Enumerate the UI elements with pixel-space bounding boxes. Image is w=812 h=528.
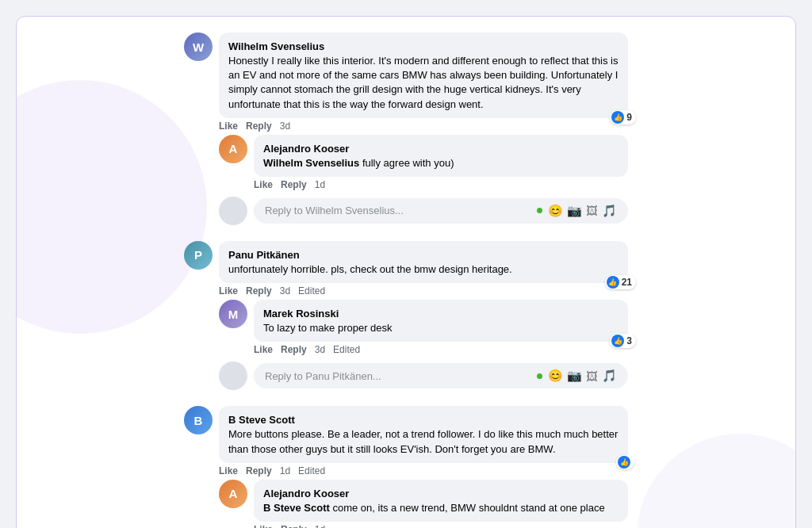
comment-actions: LikeReply3dEdited bbox=[184, 285, 628, 297]
comment-main-row: PPanu Pitkänenunfortunately horrible. pl… bbox=[184, 241, 628, 283]
input-icon-3[interactable]: 🎵 bbox=[602, 204, 617, 218]
like-button[interactable]: Like bbox=[219, 465, 238, 476]
like-thumb-icon: 👍 bbox=[618, 456, 630, 469]
input-icon-1[interactable]: 📷 bbox=[567, 204, 582, 218]
reply-actions: LikeReply1d bbox=[219, 524, 628, 528]
like-count: 21 bbox=[622, 277, 632, 288]
comment-actions: LikeReply1dEdited bbox=[184, 465, 628, 476]
input-icon-0[interactable]: 😊 bbox=[548, 369, 563, 383]
reply-reply-button[interactable]: Reply bbox=[281, 179, 307, 190]
edited-label: Edited bbox=[298, 465, 325, 476]
reply-time: 1d bbox=[315, 524, 325, 528]
comment-block: WWilhelm SvenseliusHonestly I really lik… bbox=[184, 33, 628, 233]
comment-author: B Steve Scott bbox=[228, 414, 295, 426]
reply-author: Marek Rosinski bbox=[263, 308, 339, 319]
avatar bbox=[219, 197, 247, 225]
like-count: 3 bbox=[626, 335, 632, 346]
reply-input-placeholder: Reply to Wilhelm Svenselius... bbox=[265, 205, 404, 216]
reply-like-button[interactable]: Like bbox=[254, 524, 273, 528]
comment-time: 1d bbox=[280, 465, 290, 476]
comment-main-row: BB Steve ScottMore buttons please. Be a … bbox=[184, 406, 628, 462]
comment-bubble: Panu Pitkänenunfortunately horrible. pls… bbox=[219, 241, 628, 283]
like-button[interactable]: Like bbox=[219, 285, 238, 297]
avatar: A bbox=[219, 135, 247, 163]
avatar: M bbox=[219, 300, 247, 328]
reply-input-placeholder: Reply to Panu Pitkänen... bbox=[265, 370, 381, 382]
comment-bubble: B Steve ScottMore buttons please. Be a l… bbox=[219, 406, 628, 462]
avatar: B bbox=[184, 406, 213, 434]
like-button[interactable]: Like bbox=[219, 121, 238, 132]
reply-main-row: MMarek RosinskiTo lazy to make proper de… bbox=[219, 300, 628, 342]
reply-mention: B Steve Scott bbox=[263, 502, 330, 514]
avatar bbox=[219, 362, 247, 390]
comment-bubble: Wilhelm SvenseliusHonestly I really like… bbox=[219, 33, 628, 118]
input-icon-2[interactable]: 🖼 bbox=[586, 204, 598, 217]
like-badge: 👍3 bbox=[610, 334, 636, 348]
reply-edited-label: Edited bbox=[333, 344, 360, 355]
reply-main-row: AAlejandro KooserB Steve Scott come on, … bbox=[219, 480, 628, 522]
avatar: W bbox=[184, 33, 213, 61]
comment-time: 3d bbox=[280, 285, 290, 297]
reply-author: Alejandro Kooser bbox=[263, 488, 349, 499]
nested-comment: AAlejandro KooserB Steve Scott come on, … bbox=[184, 480, 628, 528]
comment-main-row: WWilhelm SvenseliusHonestly I really lik… bbox=[184, 33, 628, 118]
reply-like-button[interactable]: Like bbox=[254, 344, 273, 355]
input-icon-0[interactable]: 😊 bbox=[548, 204, 563, 218]
reply-actions: LikeReply3dEdited bbox=[219, 344, 628, 355]
online-indicator bbox=[537, 373, 542, 379]
like-badge: 👍9 bbox=[610, 110, 636, 124]
nested-comment: AAlejandro KooserWilhelm Svenselius full… bbox=[184, 135, 628, 190]
edited-label: Edited bbox=[298, 285, 325, 297]
reply-reply-button[interactable]: Reply bbox=[281, 524, 307, 528]
comment-actions: LikeReply3d bbox=[184, 121, 628, 132]
like-badge: 👍21 bbox=[605, 275, 636, 289]
reply-time: 1d bbox=[315, 179, 325, 190]
nested-comment: MMarek RosinskiTo lazy to make proper de… bbox=[184, 300, 628, 355]
reply-like-button[interactable]: Like bbox=[254, 179, 273, 190]
online-indicator bbox=[537, 208, 542, 213]
like-thumb-icon: 👍 bbox=[611, 111, 624, 124]
like-thumb-icon: 👍 bbox=[611, 335, 624, 347]
reply-input-field[interactable]: Reply to Panu Pitkänen...😊📷🖼🎵 bbox=[254, 363, 628, 388]
comment-text: More buttons please. Be a leader, not a … bbox=[228, 427, 619, 456]
comments-container: WWilhelm SvenseliusHonestly I really lik… bbox=[184, 33, 628, 528]
bg-decoration-right bbox=[637, 434, 796, 528]
comments-page: WWilhelm SvenseliusHonestly I really lik… bbox=[16, 16, 796, 528]
avatar: P bbox=[184, 241, 213, 270]
comment-author: Panu Pitkänen bbox=[228, 249, 300, 261]
reply-button[interactable]: Reply bbox=[246, 285, 272, 297]
bg-decoration-left bbox=[16, 80, 207, 334]
like-thumb-icon: 👍 bbox=[607, 276, 619, 289]
avatar: A bbox=[219, 480, 247, 508]
reply-actions: LikeReply1d bbox=[219, 179, 628, 190]
reply-time: 3d bbox=[315, 344, 325, 355]
reply-input-icons: 😊📷🖼🎵 bbox=[537, 204, 617, 218]
reply-text: B Steve Scott come on, its a new trend, … bbox=[263, 501, 619, 515]
reply-input-row: Reply to Wilhelm Svenselius...😊📷🖼🎵 bbox=[184, 197, 628, 225]
reply-main-row: AAlejandro KooserWilhelm Svenselius full… bbox=[219, 135, 628, 177]
comment-block: BB Steve ScottMore buttons please. Be a … bbox=[184, 406, 628, 528]
reply-bubble: Alejandro KooserB Steve Scott come on, i… bbox=[254, 480, 628, 522]
like-count: 9 bbox=[626, 112, 632, 123]
reply-bubble: Alejandro KooserWilhelm Svenselius fully… bbox=[254, 135, 628, 177]
comment-text: unfortunately horrible. pls, check out t… bbox=[228, 262, 619, 277]
reply-button[interactable]: Reply bbox=[246, 465, 272, 476]
reply-input-icons: 😊📷🖼🎵 bbox=[537, 369, 617, 383]
comment-text: Honestly I really like this interior. It… bbox=[228, 54, 619, 112]
reply-input-field[interactable]: Reply to Wilhelm Svenselius...😊📷🖼🎵 bbox=[254, 198, 628, 224]
reply-text: To lazy to make proper desk bbox=[263, 321, 619, 335]
input-icon-3[interactable]: 🎵 bbox=[602, 369, 617, 383]
reply-author: Alejandro Kooser bbox=[263, 143, 349, 155]
reply-input-row: Reply to Panu Pitkänen...😊📷🖼🎵 bbox=[184, 362, 628, 390]
comment-time: 3d bbox=[280, 121, 290, 132]
comment-author: Wilhelm Svenselius bbox=[228, 40, 324, 52]
reply-mention: Wilhelm Svenselius bbox=[263, 157, 359, 169]
reply-button[interactable]: Reply bbox=[246, 121, 272, 132]
like-badge: 👍 bbox=[616, 455, 634, 469]
input-icon-2[interactable]: 🖼 bbox=[586, 369, 598, 383]
comment-block: PPanu Pitkänenunfortunately horrible. pl… bbox=[184, 241, 628, 398]
reply-bubble: Marek RosinskiTo lazy to make proper des… bbox=[254, 300, 628, 342]
reply-text: Wilhelm Svenselius fully agree with you) bbox=[263, 156, 619, 170]
reply-reply-button[interactable]: Reply bbox=[281, 344, 307, 355]
input-icon-1[interactable]: 📷 bbox=[567, 369, 582, 383]
